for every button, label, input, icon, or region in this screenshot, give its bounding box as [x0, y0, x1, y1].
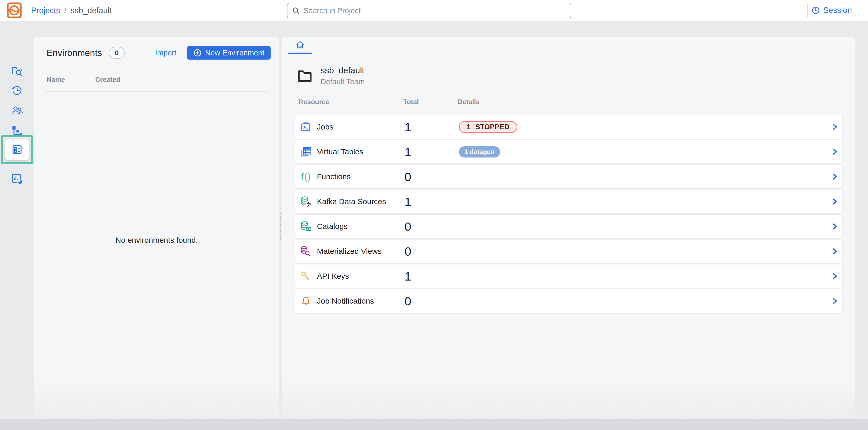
project-header: ssb_default Default Team [297, 65, 855, 86]
session-label: Session [823, 6, 852, 15]
job-notifications-icon [300, 295, 312, 307]
resource-details: 1STOPPED [459, 121, 827, 133]
new-environment-button[interactable]: New Environment [187, 46, 271, 60]
sidebar-item-environments[interactable] [0, 135, 34, 164]
environments-header-divider [44, 91, 269, 92]
environments-empty-message: No environments found. [34, 236, 279, 245]
session-button[interactable]: Session [807, 3, 856, 18]
functions-icon: f() [300, 171, 312, 183]
active-item-tile [5, 139, 29, 160]
chevron-right-icon[interactable] [827, 197, 842, 206]
breadcrumb-separator: / [64, 6, 67, 15]
plus-circle-icon [193, 49, 202, 57]
app-page: Projects / ssb_default Session [0, 0, 868, 430]
resource-name: Virtual Tables [317, 147, 363, 156]
kafka-icon [300, 195, 312, 208]
new-environment-label: New Environment [205, 49, 265, 57]
resource-name: API Keys [317, 272, 349, 280]
history-icon [11, 84, 23, 96]
chevron-right-icon[interactable] [827, 148, 842, 156]
chevron-right-icon[interactable] [827, 272, 842, 280]
project-team: Default Team [320, 78, 365, 86]
tab-bar [282, 37, 855, 54]
catalogs-icon [300, 220, 312, 233]
project-search[interactable] [287, 3, 571, 19]
resource-row-materialized-views[interactable]: Materialized Views0 [295, 240, 842, 263]
resource-table-headers: Resource Total Details [295, 98, 842, 106]
environments-header: Environments 0 Import New Environment [46, 45, 271, 60]
sidebar-item-history[interactable] [0, 82, 34, 99]
environments-icon [11, 144, 23, 156]
folder-icon [297, 69, 313, 83]
chevron-right-icon[interactable] [827, 247, 842, 255]
column-header-total: Total [403, 98, 458, 106]
resource-name: Kafka Data Sources [317, 197, 386, 206]
folder-search-icon [11, 65, 23, 77]
breadcrumb-current-project: ssb_default [71, 6, 112, 15]
resource-total: 1 [404, 145, 459, 159]
ssb-logo-icon[interactable] [6, 2, 22, 19]
breadcrumb: Projects / ssb_default [31, 0, 112, 21]
search-input[interactable] [304, 6, 566, 15]
chevron-right-icon[interactable] [827, 297, 842, 305]
column-header-created: Created [95, 75, 120, 84]
resource-details: 1 datagen [459, 146, 827, 157]
resource-table: Resource Total Details Jobs11STOPPEDVirt… [295, 98, 842, 313]
resource-row-catalogs[interactable]: Catalogs0 [295, 215, 842, 238]
import-link[interactable]: Import [155, 49, 176, 57]
resource-row-kafka-data-sources[interactable]: Kafka Data Sources1 [295, 190, 842, 213]
page-bottom-strip [0, 419, 868, 430]
resource-name: Job Notifications [317, 297, 374, 305]
column-header-resource: Resource [299, 98, 403, 106]
search-icon [292, 7, 300, 14]
project-overview-panel: ssb_default Default Team Resource Total … [282, 37, 855, 419]
resource-total: 0 [404, 294, 459, 308]
top-bar: Projects / ssb_default Session [0, 0, 868, 21]
users-icon [11, 105, 23, 117]
resource-name: Materialized Views [317, 247, 382, 256]
resource-row-job-notifications[interactable]: Job Notifications0 [295, 289, 842, 313]
environments-title: Environments [46, 48, 102, 58]
materialized-views-icon [300, 245, 312, 257]
column-header-name: Name [46, 75, 95, 84]
chevron-right-icon[interactable] [827, 173, 842, 181]
resource-row-jobs[interactable]: Jobs11STOPPED [295, 115, 842, 139]
resource-name: Functions [317, 172, 351, 181]
status-badge-stopped: 1STOPPED [459, 121, 517, 133]
breadcrumb-projects-link[interactable]: Projects [31, 6, 60, 15]
sidebar-item-users[interactable] [0, 102, 34, 119]
resource-total: 1 [404, 269, 459, 283]
sidebar-item-monitoring[interactable] [0, 171, 34, 188]
resource-row-api-keys[interactable]: API Keys1 [295, 265, 842, 288]
clock-icon [811, 6, 820, 14]
environments-panel: Environments 0 Import New Environment Na… [34, 37, 279, 419]
home-icon [295, 40, 305, 51]
jobs-icon [300, 121, 312, 133]
resource-rows: Jobs11STOPPEDVirtual Tables11 datagenf()… [295, 115, 842, 313]
environments-column-headers: Name Created [46, 75, 279, 84]
resource-name: Jobs [317, 123, 333, 131]
resource-total: 0 [404, 170, 459, 184]
monitoring-icon [11, 173, 23, 185]
project-name: ssb_default [320, 65, 365, 75]
sidebar [0, 21, 34, 430]
resource-row-functions[interactable]: f()Functions0 [295, 165, 842, 188]
resource-total: 1 [404, 194, 459, 209]
detail-badge: 1 datagen [459, 146, 500, 157]
virtual-tables-icon [300, 146, 312, 158]
chevron-right-icon[interactable] [827, 222, 842, 230]
chevron-right-icon[interactable] [827, 123, 842, 131]
tab-home[interactable] [288, 37, 312, 54]
resource-name: Catalogs [317, 222, 347, 231]
active-item-highlight [1, 135, 33, 164]
sidebar-item-explorer[interactable] [0, 63, 34, 80]
sidebar-divider [5, 148, 36, 148]
api-keys-icon [300, 270, 312, 282]
column-header-details: Details [458, 98, 827, 106]
environments-count-badge: 0 [109, 47, 125, 59]
resource-total: 1 [404, 120, 459, 134]
resource-total: 0 [404, 244, 459, 258]
resource-table-divider [295, 112, 842, 112]
resource-total: 0 [404, 219, 459, 234]
resource-row-virtual-tables[interactable]: Virtual Tables11 datagen [295, 140, 842, 163]
